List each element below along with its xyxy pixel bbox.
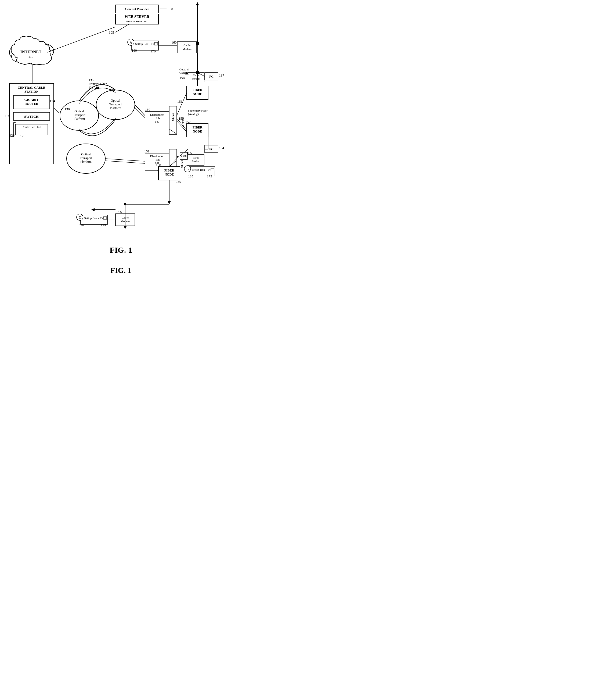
pc-a-label: PC: [209, 74, 213, 78]
settop-b-label: Settop Box - TV: [192, 168, 211, 171]
coaxial-cable-label2: Cable: [179, 71, 186, 74]
svg-line-70: [47, 27, 115, 52]
coaxial-cable-label: Coaxial: [179, 68, 188, 71]
internet-cloud: INTERNET 110: [9, 36, 54, 65]
otp2-label2: Transport: [109, 102, 122, 106]
num-150: 150: [145, 107, 151, 111]
otp3-label3: Platform: [80, 160, 92, 164]
switch-label: SWITCH: [24, 115, 38, 119]
num-189: 189: [79, 223, 85, 227]
num-184: 184: [219, 146, 224, 150]
svg-line-27: [105, 158, 145, 161]
svg-line-28: [105, 161, 145, 164]
svg-line-24: [134, 107, 145, 118]
label-c: C: [79, 216, 81, 219]
fiber-node-top-label: FIBER: [192, 88, 203, 92]
connector-top1: [196, 42, 199, 44]
otp3-label: Optical: [81, 152, 91, 156]
main-diagram: Content Provider 100 WEB SERVER www.warn…: [0, 0, 242, 264]
cable-modem-right-label: Cable: [193, 74, 199, 77]
svg-line-71: [54, 107, 59, 113]
fiber-node-mid-label2: NODE: [193, 130, 202, 133]
secondary-fiber-label2: (Analog): [188, 112, 199, 116]
label-a: A: [130, 41, 132, 44]
figure-label-bottom: FIG. 1: [0, 264, 242, 280]
num-185: 185: [188, 174, 193, 178]
diagram-container: Content Provider 100 WEB SERVER www.warn…: [0, 0, 242, 264]
central-cable-label2: STATION: [24, 90, 39, 94]
num-179: 179: [101, 223, 106, 227]
num-140: 140: [155, 120, 160, 123]
fiber-node-bot-label: FIBER: [164, 169, 174, 172]
web-server-label: WEB SERVER: [125, 15, 150, 19]
cable-modem-160-label2: Modem: [182, 47, 192, 51]
controller-unit-label: Controller Unit: [22, 125, 42, 129]
num-128: 128: [9, 133, 15, 138]
dist-hub-140-label: Distribution: [150, 113, 164, 116]
fiber-node-top-label2: NODE: [193, 92, 202, 96]
settop-c-label: Settop Box - TV: [84, 217, 104, 220]
num-135: 135: [89, 78, 94, 82]
fiber-node-bot-label2: NODE: [165, 173, 174, 176]
arrow-up-top: [196, 2, 199, 5]
num-125: 125: [20, 134, 26, 138]
arrow-down-c: [124, 226, 127, 229]
otp3-label2: Transport: [80, 156, 93, 160]
amp-label: AMP: [181, 155, 187, 158]
num-100: 100: [169, 7, 175, 11]
num-180: 180: [132, 48, 137, 52]
num-110: 110: [28, 55, 33, 58]
num-130a: 130: [64, 107, 70, 111]
label-b: B: [186, 167, 188, 171]
settop-a-label: Settop Box - TV: [135, 42, 155, 45]
num-157: 157: [185, 120, 191, 124]
otp2-label3: Platform: [110, 106, 122, 110]
num-155: 155: [179, 117, 184, 120]
cmts-top-label: CMTS: [172, 113, 175, 121]
cmts-bot-text: CMTS: [181, 160, 184, 168]
arrow-left-c: [91, 208, 95, 211]
num-187: 187: [219, 73, 224, 77]
svg-line-23: [135, 105, 145, 116]
gigabit-router-label: GIGABIT: [24, 98, 39, 102]
otp1-label2: Transport: [73, 113, 86, 117]
num-156: 156: [177, 99, 183, 103]
secondary-fiber-label: Secondary Fiber: [188, 109, 208, 112]
internet-label: INTERNET: [20, 50, 42, 54]
fig-label: FIG. 1: [110, 245, 132, 254]
num-160: 160: [172, 40, 177, 44]
otp2-label: Optical: [111, 99, 120, 102]
num-105: 105: [109, 30, 114, 34]
cable-modem-165-label: Cable: [193, 156, 199, 159]
num-158: 158: [156, 163, 161, 167]
cable-modem-165-label2: Modem: [192, 160, 200, 163]
central-cable-label: CENTRAL CABLE: [18, 86, 45, 90]
dist-hub-141-label2: Hub: [155, 158, 160, 161]
num-151: 151: [144, 149, 150, 153]
content-provider-label: Content Provider: [125, 7, 149, 11]
otp1-label: Optical: [74, 109, 84, 113]
pc-b-label: PC: [209, 147, 213, 151]
fiber-node-mid-label: FIBER: [192, 126, 203, 129]
otp1-label3: Platform: [74, 117, 85, 121]
num-120: 120: [5, 114, 10, 118]
web-url-label: www.warner.com: [126, 19, 149, 23]
num-175: 175: [207, 174, 212, 178]
num-159a: 159: [179, 76, 185, 80]
gigabit-router-label2: ROUTER: [24, 102, 38, 106]
svg-line-3: [115, 24, 129, 32]
num-169: 169: [118, 210, 124, 214]
cable-modem-right-label2: Modem: [192, 77, 200, 80]
num-159b: 159: [176, 180, 181, 183]
svg-line-34: [177, 93, 187, 116]
amp-arrow: [177, 155, 179, 158]
dist-hub-141-label: Distribution: [150, 155, 164, 158]
num-124: 124: [50, 99, 55, 103]
dist-hub-140-label2: Hub: [155, 117, 160, 120]
num-170: 170: [151, 49, 156, 53]
connector-top2: [196, 71, 199, 74]
cable-modem-160-label: Cable: [183, 44, 190, 47]
